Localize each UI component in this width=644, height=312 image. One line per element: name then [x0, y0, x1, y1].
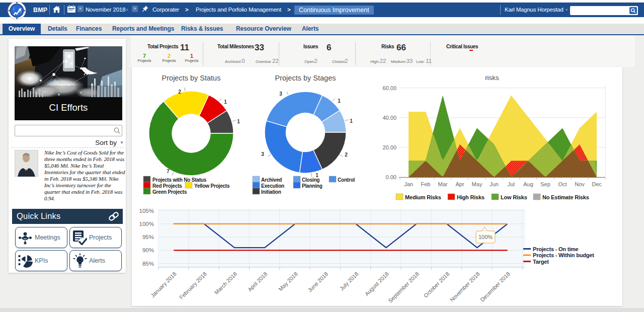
svg-text:2: 2 — [345, 152, 348, 158]
svg-text:40.00: 40.00 — [382, 115, 396, 121]
svg-text:risks: risks — [485, 74, 499, 82]
svg-text:3: 3 — [279, 91, 282, 97]
svg-text:October 2018: October 2018 — [423, 271, 451, 299]
svg-text:Aug: Aug — [523, 181, 533, 187]
svg-text:No Estimate Risks: No Estimate Risks — [542, 194, 589, 200]
svg-text:May: May — [472, 181, 482, 187]
svg-text:Archived: Archived — [261, 177, 282, 183]
svg-text:April 2018: April 2018 — [247, 271, 269, 293]
svg-text:Feb: Feb — [421, 181, 431, 187]
svg-text:December 2018: December 2018 — [479, 271, 511, 303]
svg-text:Projects - On time: Projects - On time — [533, 246, 579, 252]
svg-text:Jun: Jun — [490, 181, 499, 187]
svg-text:August 2018: August 2018 — [364, 271, 390, 297]
svg-text:July 2018: July 2018 — [339, 271, 360, 292]
svg-text:Red Projects: Red Projects — [152, 183, 182, 189]
svg-text:June 2018: June 2018 — [306, 271, 329, 293]
svg-text:90%: 90% — [142, 247, 154, 253]
svg-text:Planning: Planning — [302, 183, 323, 189]
svg-text:Oct: Oct — [558, 181, 567, 187]
svg-text:105%: 105% — [139, 208, 154, 214]
svg-text:Projects - Within budget: Projects - Within budget — [533, 252, 594, 258]
svg-text:1: 1 — [350, 118, 353, 124]
svg-text:November 2018: November 2018 — [449, 271, 481, 303]
svg-text:1: 1 — [224, 99, 227, 105]
svg-text:Control: Control — [338, 177, 355, 183]
svg-text:January 2018: January 2018 — [149, 271, 178, 299]
svg-text:Execution: Execution — [261, 183, 284, 189]
svg-text:60.00: 60.00 — [382, 85, 396, 91]
svg-text:May 2018: May 2018 — [277, 271, 299, 292]
svg-text:2: 2 — [178, 89, 181, 95]
svg-text:100%: 100% — [478, 234, 493, 240]
svg-text:Dec: Dec — [592, 181, 602, 187]
svg-text:Nov: Nov — [575, 181, 585, 187]
svg-text:Mar: Mar — [438, 181, 448, 187]
svg-text:Yellow Projects: Yellow Projects — [194, 183, 230, 189]
svg-text:Target: Target — [533, 259, 549, 265]
svg-text:Jan: Jan — [404, 181, 413, 187]
svg-text:March 2018: March 2018 — [213, 271, 238, 296]
svg-text:Projects with No Status: Projects with No Status — [152, 177, 207, 183]
svg-text:3: 3 — [261, 151, 264, 157]
svg-text:1: 1 — [237, 119, 240, 124]
svg-text:Closing: Closing — [302, 177, 319, 183]
svg-text:1: 1 — [338, 98, 341, 104]
svg-text:Projects by Stages: Projects by Stages — [275, 74, 336, 82]
svg-text:Jul: Jul — [508, 181, 515, 187]
svg-text:0.00: 0.00 — [386, 174, 396, 180]
svg-text:20.00: 20.00 — [382, 144, 396, 150]
svg-text:Apr: Apr — [455, 181, 464, 187]
svg-text:February 2018: February 2018 — [178, 271, 208, 300]
svg-text:Sep: Sep — [540, 181, 550, 187]
svg-text:7: 7 — [167, 169, 170, 174]
svg-text:Medium Risks: Medium Risks — [405, 194, 441, 200]
svg-text:95%: 95% — [142, 234, 154, 240]
svg-text:85%: 85% — [142, 261, 154, 267]
svg-text:September 2018: September 2018 — [387, 271, 420, 304]
svg-text:Projects by Status: Projects by Status — [162, 74, 221, 82]
svg-text:Initiation: Initiation — [261, 189, 281, 195]
svg-text:Low Risks: Low Risks — [501, 194, 527, 200]
svg-text:Green Projects: Green Projects — [152, 189, 187, 195]
svg-text:100%: 100% — [139, 221, 154, 227]
svg-text:High Risks: High Risks — [457, 194, 485, 200]
